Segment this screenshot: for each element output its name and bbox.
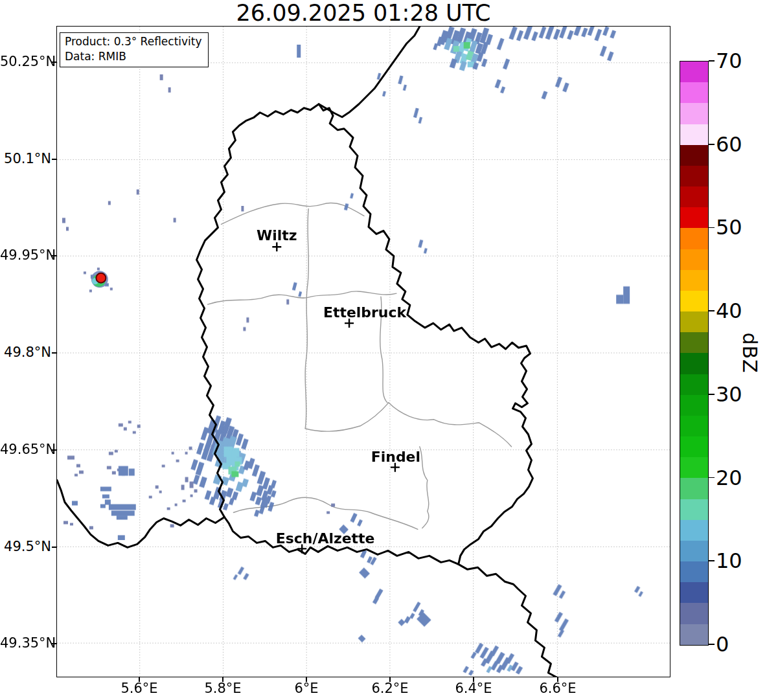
radar-echo xyxy=(555,612,563,623)
radar-echo xyxy=(137,425,141,428)
radar-echo xyxy=(172,452,174,455)
radar-echo xyxy=(516,666,523,674)
radar-echo xyxy=(256,485,264,497)
colorbar-tick-label: 60 xyxy=(716,132,742,157)
radar-echo xyxy=(162,465,165,468)
radar-echo xyxy=(63,521,68,524)
radar-echo xyxy=(545,27,555,40)
radar-echo xyxy=(490,646,499,657)
country-border-line xyxy=(319,27,420,117)
colorbar-segment xyxy=(680,478,708,499)
radar-echo xyxy=(246,317,249,322)
radar-echo xyxy=(168,87,171,93)
radar-site-artifact xyxy=(91,271,108,288)
radar-echo xyxy=(117,515,128,519)
colorbar-tick xyxy=(709,310,715,311)
radar-echo xyxy=(509,27,517,40)
radar-figure: 26.09.2025 01:28 UTC WiltzEt xyxy=(0,0,767,700)
radar-echo xyxy=(176,460,179,462)
colorbar-tick xyxy=(709,477,715,479)
radar-echo xyxy=(115,450,118,453)
y-tick-label: 49.95°N xyxy=(0,247,51,263)
radar-echo xyxy=(129,469,135,476)
radar-echo xyxy=(74,474,78,477)
colorbar-segment xyxy=(680,249,708,270)
radar-echo xyxy=(194,490,198,493)
radar-echo xyxy=(542,91,548,99)
radar-echo xyxy=(107,466,111,469)
radar-echo xyxy=(190,482,194,488)
radar-echo xyxy=(634,586,640,593)
radar-echo xyxy=(241,438,249,449)
city-label: Ettelbruck xyxy=(323,304,406,321)
radar-echo xyxy=(238,567,244,575)
colorbar-segment xyxy=(680,103,708,124)
radar-echo xyxy=(108,201,111,205)
radar-echo xyxy=(205,490,212,500)
radar-echo xyxy=(559,27,567,38)
radar-echo xyxy=(553,28,560,40)
radar-echo xyxy=(523,27,532,40)
radar-echo xyxy=(105,500,111,505)
radar-echo xyxy=(128,421,132,423)
radar-echo xyxy=(235,462,240,467)
radar-echo xyxy=(298,291,302,297)
radar-echo xyxy=(610,30,616,38)
radar-echo xyxy=(167,508,170,510)
colorbar-tick xyxy=(709,60,715,62)
radar-echo xyxy=(181,485,185,490)
radar-echo xyxy=(450,58,457,69)
radar-echo xyxy=(424,248,428,254)
radar-echo xyxy=(109,504,136,510)
colorbar-segment xyxy=(680,541,708,561)
radar-echo xyxy=(453,46,459,52)
radar-echo xyxy=(326,512,330,514)
colorbar-segment xyxy=(680,457,708,478)
colorbar-segment xyxy=(680,270,708,291)
radar-echo xyxy=(189,447,192,450)
district-border-line xyxy=(420,447,429,528)
radar-echo xyxy=(486,666,492,673)
radar-echo xyxy=(331,504,335,507)
radar-echo xyxy=(382,91,386,96)
radar-echo xyxy=(398,75,403,84)
radar-echo xyxy=(271,480,277,488)
radar-echo xyxy=(100,504,106,508)
colorbar-tick xyxy=(709,144,715,145)
radar-echo xyxy=(84,271,86,274)
radar-echo xyxy=(357,519,363,526)
radar-echo xyxy=(531,31,538,41)
radar-echo xyxy=(70,523,73,525)
radar-echo xyxy=(155,486,159,489)
radar-echo xyxy=(185,452,188,455)
colorbar-segment xyxy=(680,124,708,145)
radar-echo xyxy=(468,670,474,675)
radar-echo xyxy=(500,86,505,93)
radar-echo xyxy=(463,666,469,673)
radar-echo xyxy=(119,466,128,476)
y-tick xyxy=(52,159,56,160)
radar-echo xyxy=(110,288,113,290)
radar-echo xyxy=(185,477,189,482)
x-tick-label: 6.2°E xyxy=(354,681,426,696)
radar-echo xyxy=(225,488,233,498)
radar-echo xyxy=(72,501,78,506)
radar-echo xyxy=(433,43,438,50)
country-border-line xyxy=(57,480,224,548)
radar-echo xyxy=(562,82,569,92)
colorbar-tick xyxy=(709,394,715,395)
product-info-box: Product: 0.3° Reflectivity Data: RMIB xyxy=(60,32,209,67)
radar-echo xyxy=(66,227,69,231)
district-border-line xyxy=(221,203,364,224)
radar-echo xyxy=(231,448,239,457)
colorbar-unit-label: dBZ xyxy=(738,332,761,373)
colorbar-segment xyxy=(680,62,708,82)
colorbar xyxy=(680,61,709,646)
radar-echo xyxy=(89,526,93,529)
radar-echo xyxy=(149,496,152,499)
radar-echo xyxy=(594,29,602,41)
radar-echo xyxy=(350,513,357,523)
colorbar-segment xyxy=(680,374,708,395)
radar-echo xyxy=(190,495,193,497)
colorbar-tick xyxy=(709,644,715,645)
